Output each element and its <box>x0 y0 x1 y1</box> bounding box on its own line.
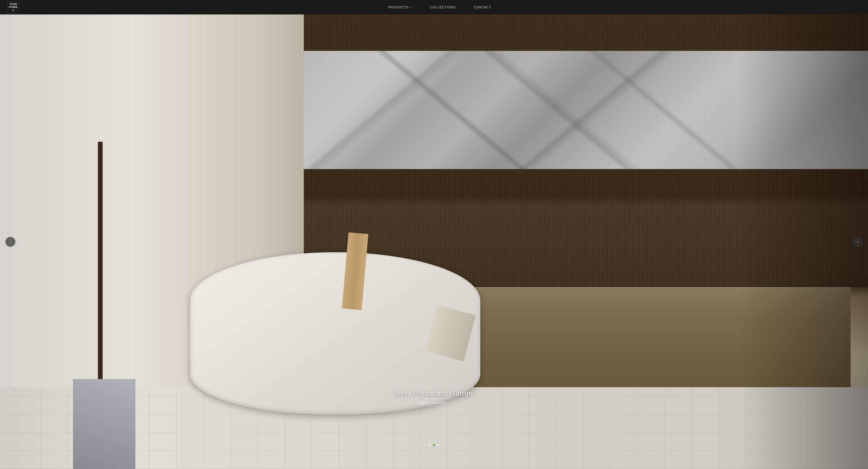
hero-caption: New Porcelain Range Explore collection › <box>395 389 473 405</box>
carousel-dot-2[interactable] <box>437 444 440 446</box>
nav-item-contact[interactable]: CONTACT <box>474 5 491 9</box>
navbar: YOURSTORE3 PRODUCTS ▾ COLLECTIONS CONTAC… <box>0 0 868 14</box>
nav-menu: PRODUCTS ▾ COLLECTIONS CONTACT <box>388 5 491 9</box>
carousel-dot-1[interactable] <box>433 444 435 446</box>
hero-bathtub <box>174 223 503 414</box>
carousel-dots <box>428 444 440 446</box>
plant-vase <box>73 379 135 469</box>
plant-stem <box>98 142 103 387</box>
hero-plant <box>26 60 182 469</box>
explore-link-label: Explore collection <box>418 401 447 405</box>
nav-label-collections: COLLECTIONS <box>430 5 456 9</box>
carousel-next-button[interactable]: › <box>852 237 863 247</box>
hero-marble-backsplash <box>304 51 868 169</box>
logo-text: YOURSTORE3 <box>8 3 18 12</box>
nav-item-products[interactable]: PRODUCTS ▾ <box>388 5 412 9</box>
arrow-right-icon: › <box>449 401 450 404</box>
hero-slide-title: New Porcelain Range <box>395 389 473 398</box>
site-logo[interactable]: YOURSTORE3 <box>7 1 19 13</box>
chevron-down-icon: ▾ <box>410 6 412 8</box>
chevron-right-icon: › <box>857 239 858 244</box>
carousel-dot-0[interactable] <box>428 444 431 446</box>
hero-slider: ‹ › New Porcelain Range Explore collecti… <box>0 14 868 469</box>
chevron-left-icon: ‹ <box>10 239 11 244</box>
nav-label-contact: CONTACT <box>474 5 491 9</box>
explore-collection-link[interactable]: Explore collection › <box>418 401 450 405</box>
carousel-prev-button[interactable]: ‹ <box>5 237 16 247</box>
nav-label-products: PRODUCTS <box>388 5 409 9</box>
nav-item-collections[interactable]: COLLECTIONS <box>430 5 456 9</box>
